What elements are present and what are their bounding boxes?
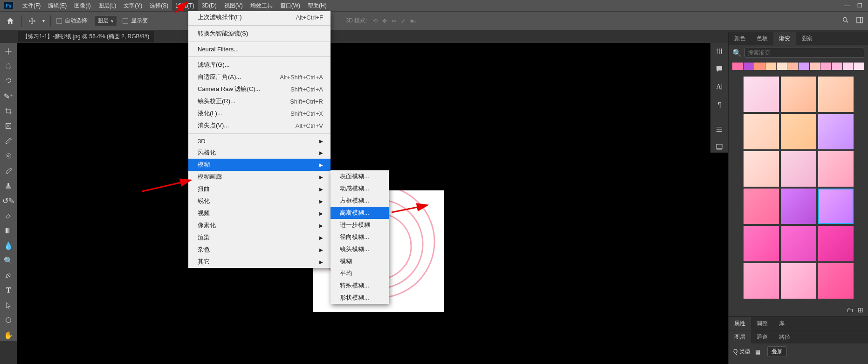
path-select-tool[interactable] [2,300,15,311]
filter-menu-item[interactable]: 模糊▶ [188,159,331,171]
history-icon[interactable] [714,124,725,135]
filter-menu-item[interactable]: 锐化▶ [188,195,331,207]
gradient-preset-small[interactable] [843,63,854,70]
menu-view[interactable]: 视图(V) [220,0,247,11]
gradient-swatch[interactable] [744,151,779,187]
healing-tool[interactable] [2,150,15,161]
menu-type[interactable]: 文字(Y) [120,0,146,11]
move-tool[interactable] [2,46,15,57]
libraries-icon[interactable] [714,141,725,153]
3d-slide-icon[interactable]: ⤢ [401,18,406,24]
menu-3d[interactable]: 3D(D) [198,0,220,11]
gradient-swatch[interactable] [818,226,854,261]
3d-pan-icon[interactable]: ✥ [382,18,387,24]
tab-layers[interactable]: 图层 [729,330,751,343]
menu-window[interactable]: 窗口(W) [276,0,304,11]
filter-menu-item[interactable]: 风格化▶ [188,147,331,159]
paragraph-icon[interactable]: ¶ [714,99,725,110]
gradient-swatch[interactable] [781,114,816,149]
filter-menu-item[interactable]: 视频▶ [188,207,331,219]
workspace-icon[interactable] [856,16,863,25]
filter-menu-item[interactable]: 镜头校正(R)...Shift+Ctrl+R [188,95,331,107]
blur-submenu-item[interactable]: 方框模糊... [331,195,389,207]
gradient-preset-small[interactable] [787,63,798,70]
3d-camera-icon[interactable]: ■₀ [410,18,416,24]
stamp-tool[interactable] [2,180,15,191]
menu-file[interactable]: 文件(F) [19,0,44,11]
blur-submenu-item[interactable]: 镜头模糊... [331,243,389,255]
gradient-swatch[interactable] [781,151,816,187]
tab-properties[interactable]: 属性 [729,317,751,330]
menu-select[interactable]: 选择(S) [146,0,172,11]
eyedropper-tool[interactable] [2,135,15,147]
hand-tool[interactable]: ✋ [2,329,15,341]
type-tool[interactable]: T [2,285,15,296]
menu-filter[interactable]: 滤镜(T) [172,0,198,11]
blur-submenu-item[interactable]: 形状模糊... [331,292,389,304]
gradient-swatch[interactable] [818,263,854,299]
menu-help[interactable]: 帮助(H) [304,0,331,11]
menu-image[interactable]: 图像(I) [70,0,94,11]
gradient-swatch[interactable] [781,189,816,224]
gradient-swatch[interactable] [744,263,779,299]
filter-menu-item[interactable]: Camera Raw 滤镜(C)...Shift+Ctrl+A [188,83,331,95]
brush-tool[interactable] [2,165,15,176]
tab-channels[interactable]: 通道 [751,330,773,343]
filter-menu-item[interactable]: 像素化▶ [188,219,331,231]
filter-menu-item[interactable]: 3D▶ [188,136,331,147]
minimize-icon[interactable]: — [844,2,850,9]
tab-adjustments[interactable]: 调整 [751,317,773,330]
blur-submenu-item[interactable]: 径向模糊... [331,231,389,243]
dodge-tool[interactable]: 🔍 [2,255,15,266]
tab-gradients[interactable]: 渐变 [773,32,796,45]
tab-swatches[interactable]: 色板 [751,32,773,45]
crop-tool[interactable] [2,105,15,117]
new-item-icon[interactable]: ⊞ [858,306,863,314]
lasso-tool[interactable] [2,76,15,87]
maximize-icon[interactable]: ❐ [857,2,862,9]
blend-mode-dropdown[interactable]: 叠加 [767,346,787,357]
tab-color[interactable]: 颜色 [729,32,751,45]
blur-submenu-item[interactable]: 表面模糊... [331,170,389,182]
character-icon[interactable]: A| [714,81,725,92]
document-tab[interactable]: 【练习1-1】-磨砂纸.jpg @ 56.4% (椭圆 2, RGB/8#) [18,31,154,42]
search-input[interactable] [744,48,864,58]
blur-submenu-item[interactable]: 平均 [331,267,389,280]
gradient-swatch[interactable] [744,77,779,112]
quick-select-tool[interactable]: ✎⁺ [2,91,15,102]
filter-menu-item[interactable]: 上次滤镜操作(F)Alt+Ctrl+F [188,11,331,23]
gradient-swatch[interactable] [818,114,854,149]
blur-tool[interactable]: 💧 [2,240,15,251]
3d-dolly-icon[interactable]: ⇔ [392,18,396,24]
filter-menu-item[interactable]: 杂色▶ [188,244,331,256]
tab-paths[interactable]: 路径 [773,330,796,343]
gradient-preset-small[interactable] [732,63,743,70]
gradient-preset-small[interactable] [820,63,831,70]
blur-submenu-item[interactable]: 动感模糊... [331,182,389,195]
pen-tool[interactable] [2,270,15,281]
layer-group-dropdown[interactable]: 图层 ∨ [94,15,117,26]
search-icon[interactable] [842,16,849,25]
show-transform-checkbox[interactable]: 显示变 [123,17,148,25]
filter-menu-item[interactable]: 消失点(V)...Alt+Ctrl+V [188,119,331,132]
chevron-down-icon[interactable]: ▾ [42,18,45,23]
auto-select-checkbox[interactable]: 自动选择: [56,17,89,25]
filter-menu-item[interactable]: Neural Filters... [188,44,331,55]
menu-edit[interactable]: 编辑(E) [44,0,70,11]
gradient-swatch[interactable] [781,263,816,299]
marquee-tool[interactable] [2,61,15,72]
gradient-preset-small[interactable] [765,63,776,70]
frame-tool[interactable] [2,120,15,132]
filter-pixel-icon[interactable]: ▦ [755,349,763,355]
filter-menu-item[interactable]: 模糊画廊▶ [188,171,331,183]
blur-submenu-item[interactable]: 模糊 [331,255,389,267]
gradient-swatch[interactable] [818,151,854,187]
blur-submenu-item[interactable]: 高斯模糊... [331,207,389,219]
filter-menu-item[interactable]: 自适应广角(A)...Alt+Shift+Ctrl+A [188,71,331,83]
gradient-preset-small[interactable] [754,63,765,70]
gradient-preset-small[interactable] [799,63,809,70]
filter-menu-item[interactable]: 滤镜库(G)... [188,59,331,71]
filter-menu-item[interactable]: 扭曲▶ [188,183,331,195]
gradient-swatch[interactable] [818,77,854,112]
gradient-preset-small[interactable] [854,63,864,70]
